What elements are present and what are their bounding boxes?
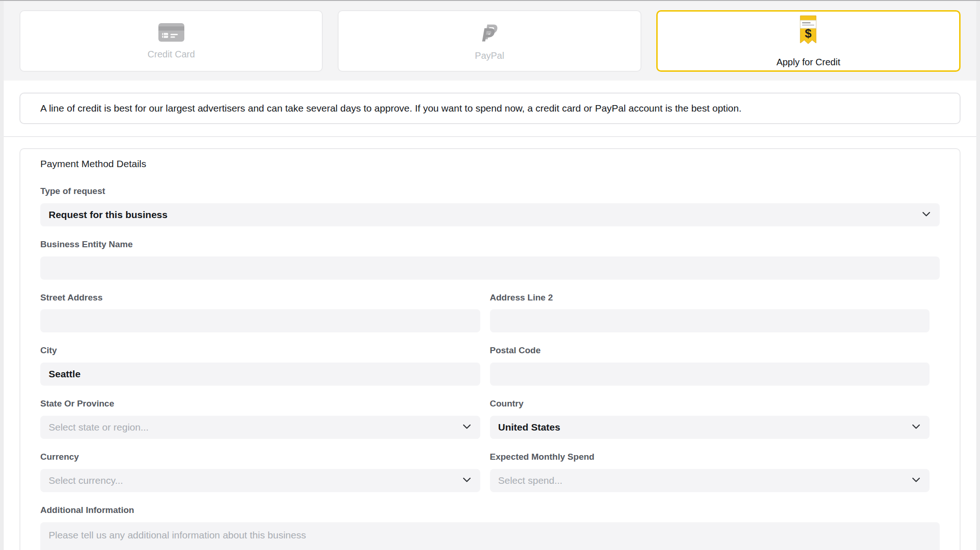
currency-field: Currency Select currency... (40, 452, 480, 492)
chevron-down-icon (462, 475, 472, 487)
business-entity-name-label: Business Entity Name (40, 239, 940, 250)
country-label: Country (490, 399, 930, 409)
address-line-2-label: Address Line 2 (490, 293, 930, 303)
payment-option-label: PayPal (475, 51, 504, 60)
postal-code-label: Postal Code (490, 345, 930, 356)
street-address-label: Street Address (40, 293, 480, 303)
address-row: Street Address Address Line 2 (40, 293, 940, 333)
business-entity-name-row: Business Entity Name (40, 239, 940, 280)
chevron-down-icon (462, 421, 472, 433)
country-value: United States (498, 422, 560, 433)
address-line-2-field: Address Line 2 (490, 293, 930, 333)
svg-text:$: $ (805, 26, 812, 40)
payment-option-credit-card[interactable]: Credit Card (19, 10, 323, 72)
expected-monthly-spend-placeholder: Select spend... (498, 475, 563, 486)
expected-monthly-spend-select[interactable]: Select spend... (490, 469, 930, 492)
postal-code-field: Postal Code (490, 345, 930, 386)
country-field: Country United States (490, 399, 930, 439)
payment-option-paypal[interactable]: PayPal (338, 10, 641, 72)
payment-method-details-card: Payment Method Details Type of request R… (19, 148, 961, 550)
street-address-input[interactable] (40, 309, 480, 332)
payment-option-label: Apply for Credit (776, 57, 840, 67)
city-postal-row: City Postal Code (40, 345, 940, 386)
type-of-request-select[interactable]: Request for this business (40, 203, 940, 226)
chevron-down-icon (911, 475, 921, 487)
page-left-gutter (0, 1, 4, 550)
state-or-province-select[interactable]: Select state or region... (40, 416, 480, 439)
city-field: City (40, 345, 480, 386)
page-right-gutter (976, 1, 980, 550)
street-address-field: Street Address (40, 293, 480, 333)
currency-select[interactable]: Select currency... (40, 469, 480, 492)
info-banner-section: A line of credit is best for our largest… (0, 81, 980, 137)
currency-spend-row: Currency Select currency... Expected Mon… (40, 452, 940, 492)
credit-application-icon: $ (796, 15, 820, 51)
expected-monthly-spend-label: Expected Monthly Spend (490, 452, 930, 462)
postal-code-input[interactable] (490, 362, 930, 386)
state-or-province-placeholder: Select state or region... (49, 422, 149, 433)
country-select[interactable]: United States (490, 416, 930, 439)
type-of-request-value: Request for this business (49, 209, 168, 220)
payment-option-apply-for-credit[interactable]: $ Apply for Credit (656, 10, 961, 72)
form-title: Payment Method Details (40, 158, 940, 169)
city-input[interactable] (40, 362, 480, 386)
state-country-row: State Or Province Select state or region… (40, 399, 940, 439)
address-line-2-input[interactable] (490, 309, 930, 332)
state-or-province-field: State Or Province Select state or region… (40, 399, 480, 439)
chevron-down-icon (911, 421, 921, 433)
additional-information-row: Additional Information (40, 505, 940, 550)
business-entity-name-input[interactable] (40, 256, 940, 280)
expected-monthly-spend-field: Expected Monthly Spend Select spend... (490, 452, 930, 492)
credit-info-banner: A line of credit is best for our largest… (19, 93, 961, 124)
type-of-request-row: Type of request Request for this busines… (40, 186, 940, 226)
additional-information-textarea[interactable] (40, 522, 940, 550)
currency-label: Currency (40, 452, 480, 462)
credit-card-icon (158, 23, 184, 44)
paypal-icon (482, 22, 497, 45)
city-label: City (40, 345, 480, 356)
additional-information-label: Additional Information (40, 505, 940, 516)
info-banner-text: A line of credit is best for our largest… (40, 103, 741, 114)
form-section: Payment Method Details Type of request R… (0, 137, 980, 550)
payment-option-label: Credit Card (148, 50, 195, 59)
state-or-province-label: State Or Province (40, 399, 480, 409)
type-of-request-label: Type of request (40, 186, 940, 197)
currency-placeholder: Select currency... (49, 475, 123, 486)
payment-method-selector: Credit Card PayPal $ Apply (0, 1, 980, 81)
chevron-down-icon (921, 209, 931, 221)
